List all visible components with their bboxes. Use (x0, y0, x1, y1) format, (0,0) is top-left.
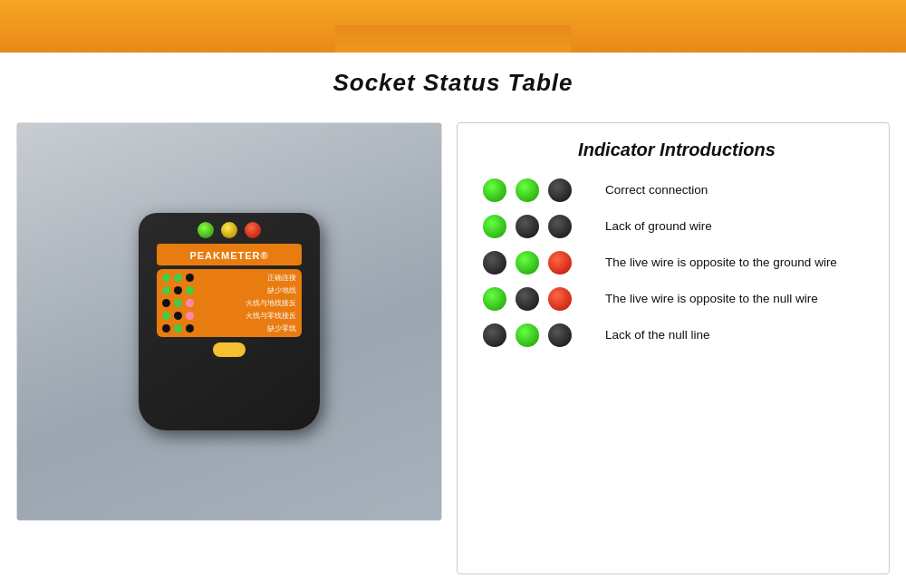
dots-group-2 (483, 215, 587, 238)
dots-group-4 (483, 287, 587, 311)
d-dot-g4 (186, 286, 194, 294)
device-image-section: PEAKMETER® 正确连接 缺少地线 (16, 122, 442, 521)
d-dot-p1 (186, 299, 194, 307)
indicator-desc-3: The live wire is opposite to the ground … (605, 255, 837, 272)
device-simulation: PEAKMETER® 正确连接 缺少地线 (17, 123, 441, 520)
d-dot-p2 (186, 312, 194, 320)
dot-2-3 (548, 215, 572, 238)
d-label-1: 正确连接 (198, 273, 296, 283)
device-brand: PEAKMETER® (157, 244, 302, 265)
device-row-1: 正确连接 (162, 273, 296, 283)
dot-5-3 (548, 323, 572, 347)
d-dot-b4 (174, 312, 182, 320)
indicator-row-3: The live wire is opposite to the ground … (483, 251, 871, 275)
dots-group-3 (483, 251, 587, 275)
dot-1-1 (483, 178, 506, 202)
rcd-button[interactable] (213, 342, 246, 357)
device-body: PEAKMETER® 正确连接 缺少地线 (139, 213, 320, 430)
dot-5-2 (516, 323, 539, 347)
device-row-5: 缺少零线 (162, 323, 296, 333)
indicator-desc-4: The live wire is opposite to the null wi… (605, 291, 818, 308)
device-bottom (213, 342, 246, 357)
dot-1-2 (516, 178, 539, 202)
indicator-section: Indicator Introductions Correct connecti… (457, 122, 890, 574)
d-label-3: 火线与地线接反 (198, 298, 296, 308)
dot-3-2 (516, 251, 539, 275)
light-yellow (221, 222, 237, 238)
dot-3-1 (483, 251, 506, 275)
dots-group-1 (483, 178, 587, 202)
d-dot-b1 (186, 274, 194, 282)
d-label-4: 火线与零线接反 (198, 311, 296, 321)
light-red (245, 222, 261, 238)
light-green (198, 222, 214, 238)
d-dot-b3 (162, 299, 170, 307)
d-label-5: 缺少零线 (198, 323, 296, 333)
d-dot-b5 (162, 324, 170, 333)
dot-2-2 (516, 215, 539, 238)
d-dot-g2 (174, 274, 182, 282)
indicator-rows: Correct connection Lack of ground wire (483, 178, 871, 347)
dot-3-3 (548, 251, 572, 275)
dot-1-3 (548, 178, 572, 202)
indicator-desc-2: Lack of ground wire (605, 218, 712, 236)
d-dot-g6 (162, 312, 170, 320)
device-label-area: 正确连接 缺少地线 火线与地线接反 (157, 269, 302, 337)
dot-4-2 (516, 287, 539, 311)
d-dot-g5 (174, 299, 182, 307)
dot-5-1 (483, 323, 506, 347)
indicator-row-4: The live wire is opposite to the null wi… (483, 287, 871, 311)
device-row-4: 火线与零线接反 (162, 311, 296, 321)
page-title: Socket Status Table (0, 69, 906, 97)
d-dot-b6 (186, 324, 194, 333)
device-top-lights (198, 222, 261, 238)
indicator-desc-1: Correct connection (605, 182, 708, 199)
dot-2-1 (483, 215, 506, 238)
d-label-2: 缺少地线 (198, 285, 296, 295)
indicator-row-2: Lack of ground wire (483, 215, 871, 238)
dots-group-5 (483, 323, 587, 347)
dot-4-3 (548, 287, 572, 311)
indicator-row-1: Correct connection (483, 178, 871, 202)
indicator-desc-5: Lack of the null line (605, 327, 710, 344)
indicator-title: Indicator Introductions (483, 140, 871, 160)
d-dot-g7 (174, 324, 182, 333)
device-row-2: 缺少地线 (162, 285, 296, 295)
brand-text: PEAKMETER® (189, 250, 268, 261)
d-dot-g3 (162, 286, 170, 294)
page-title-bar: Socket Status Table (0, 53, 906, 110)
d-dot-b2 (174, 286, 182, 294)
dot-4-1 (483, 287, 506, 311)
indicator-row-5: Lack of the null line (483, 323, 871, 347)
main-content: PEAKMETER® 正确连接 缺少地线 (0, 110, 906, 587)
d-dot-g1 (162, 274, 170, 282)
device-row-3: 火线与地线接反 (162, 298, 296, 308)
top-banner (0, 0, 906, 53)
